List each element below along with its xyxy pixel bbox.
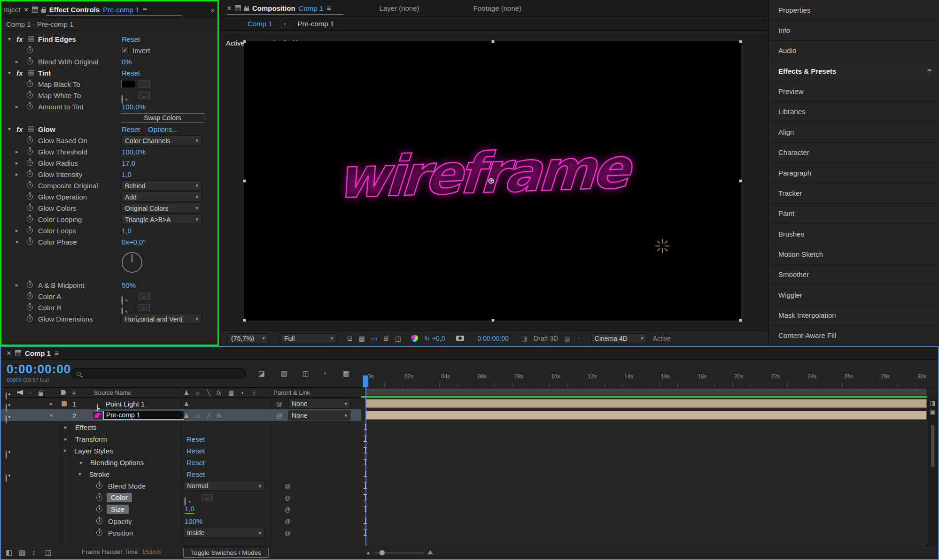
expand-icon[interactable]: ▸ [50, 400, 53, 407]
pick-whip-icon[interactable]: @ [285, 482, 291, 489]
prop-row-opacity[interactable]: Opacity 100% @ [1, 515, 361, 527]
parent-link-column[interactable]: Parent & Link [273, 389, 310, 396]
stopwatch-icon[interactable] [96, 506, 102, 512]
selection-handle[interactable] [491, 40, 495, 43]
mask-edges-icon[interactable]: ⊞ [383, 335, 389, 342]
shy-toggle-icon[interactable]: ♟ [184, 400, 189, 407]
stopwatch-icon[interactable] [96, 529, 102, 536]
expand-icon[interactable]: ▸ [16, 58, 18, 65]
reset-link[interactable]: Reset [186, 470, 205, 478]
effect-name[interactable]: Glow [38, 125, 55, 133]
reset-link[interactable]: Reset [186, 458, 205, 466]
fast-previews-icon[interactable]: ◨ [521, 335, 528, 342]
safe-guides-icon[interactable]: ⊡ [347, 335, 353, 342]
prop-row-effects[interactable]: ▸ Effects [1, 421, 361, 433]
expand-icon[interactable]: ▸ [16, 282, 18, 288]
opacity-value[interactable]: 100% [185, 517, 202, 525]
ground-plane-icon[interactable]: ▤ [564, 335, 570, 342]
collapse-icon[interactable]: ▾ [50, 412, 53, 419]
invert-checkbox[interactable]: ✓ [122, 47, 129, 54]
transfer-controls-pane-icon[interactable]: ▤ [19, 548, 25, 557]
sidebar-item-properties[interactable]: Properties [769, 0, 939, 20]
prop-label-selected[interactable]: Size [107, 505, 129, 514]
expand-icon[interactable]: ▸ [16, 148, 18, 155]
close-icon[interactable]: × [7, 349, 11, 358]
pick-whip-icon[interactable]: @ [285, 506, 291, 513]
selection-handle[interactable] [739, 40, 742, 43]
live-update-icon[interactable]: ◫ [303, 369, 309, 378]
stopwatch-icon[interactable] [27, 81, 33, 87]
param-value[interactable]: 1,0 [122, 227, 132, 235]
prop-row-layer-styles[interactable]: ▾ Layer Styles Reset [1, 445, 361, 456]
stopwatch-icon[interactable] [27, 316, 33, 322]
resolution-dropdown[interactable]: Full▾ [281, 333, 336, 343]
panel-menu-icon[interactable]: ≡ [927, 67, 931, 75]
composition-viewer[interactable]: Active Camera (Default) wireframe ⊕ [219, 31, 768, 330]
view-layout-label[interactable]: Active [653, 335, 671, 342]
selection-handle[interactable] [491, 319, 495, 322]
param-value[interactable]: 100,0% [122, 148, 146, 156]
prop-row-color[interactable]: Color ← @ [1, 491, 361, 503]
prop-label-selected[interactable]: Color [107, 493, 132, 502]
playhead-handle[interactable] [363, 375, 369, 387]
panel-menu-icon[interactable]: ≡ [143, 6, 147, 14]
viewer-tab-precomp1[interactable]: Pre-comp 1 [298, 20, 334, 28]
back-chevron-icon[interactable]: ‹ [281, 20, 289, 28]
param-value[interactable]: 0x+0,0° [122, 238, 146, 246]
options-link[interactable]: Options... [148, 125, 178, 133]
composition-tab-target[interactable]: Comp 1 [299, 4, 324, 12]
expand-icon[interactable]: ▸ [64, 424, 67, 430]
tab-layer[interactable]: Layer (none) [379, 4, 419, 12]
stopwatch-icon[interactable] [96, 518, 102, 524]
prop-row-blending-options[interactable]: ▸ Blending Options Reset [1, 456, 361, 468]
quality-toggle-icon[interactable]: ╱ [207, 412, 210, 419]
parent-dropdown[interactable]: None▾ [288, 410, 350, 420]
time-ruler[interactable]: 0s 02s 04s 06s 08s 10s 12s 14s 16s 18s 2… [361, 360, 938, 387]
frame-blend-icon[interactable]: ▨ [281, 369, 287, 378]
render-time-pane-icon[interactable]: ◫ [45, 548, 52, 557]
layer-row-precomp[interactable]: ▾ 2 Pre-comp 1 ♟ ☼ ╱ fx @ None▾ [1, 409, 361, 421]
expand-icon[interactable]: ▸ [16, 171, 18, 177]
exposure-value[interactable]: +0,0 [432, 335, 445, 342]
solo-icon[interactable]: ○ [28, 389, 32, 396]
prop-row-size[interactable]: Size 1,0 @ [1, 503, 361, 515]
sidebar-item-effects-presets[interactable]: Effects & Presets≡ [769, 61, 939, 81]
prop-group-label[interactable]: Effects [75, 423, 97, 431]
expand-icon[interactable]: ▸ [16, 160, 18, 166]
zoom-slider-handle[interactable] [380, 550, 385, 555]
close-icon[interactable]: × [24, 5, 29, 15]
stopwatch-icon[interactable] [27, 282, 33, 288]
collapse-icon[interactable]: ▾ [8, 126, 11, 132]
pick-whip-icon[interactable]: @ [285, 529, 291, 536]
pick-whip-icon[interactable]: @ [276, 412, 282, 419]
effect-controls-tab-title[interactable]: Effect Controls [49, 6, 100, 14]
pick-whip-icon[interactable]: @ [276, 400, 282, 407]
pick-whip-icon[interactable]: @ [285, 494, 291, 501]
prop-row-position[interactable]: Position Inside▾ @ [1, 527, 361, 538]
sidebar-item-content-aware-fill[interactable]: Content-Aware Fill [769, 326, 939, 346]
label-color-icon[interactable] [61, 390, 66, 395]
reset-link[interactable]: Reset [122, 35, 140, 43]
extended-viewer-icon[interactable]: ◔ [576, 335, 580, 342]
audio-icon[interactable] [17, 390, 23, 395]
stopwatch-icon[interactable] [27, 293, 33, 299]
prop-group-label[interactable]: Stroke [89, 470, 109, 478]
stopwatch-icon[interactable] [27, 149, 33, 155]
blend-mode-dropdown[interactable]: Normal▾ [184, 481, 264, 491]
stopwatch-icon[interactable] [27, 194, 33, 200]
layer-switches-pane-icon[interactable]: ◧ [6, 548, 12, 557]
comp-button-icon[interactable]: ▣ [927, 408, 938, 415]
region-of-interest-icon[interactable]: ▭ [371, 335, 377, 342]
eyedropper-icon[interactable]: ← [139, 81, 150, 88]
draft-3d-toggle[interactable]: Draft 3D [534, 335, 558, 342]
expand-icon[interactable]: ▸ [80, 459, 83, 466]
sidebar-item-paint[interactable]: Paint [769, 204, 939, 224]
pick-whip-icon[interactable]: @ [285, 517, 291, 524]
color-management-icon[interactable] [411, 335, 418, 342]
layer-duration-bar[interactable] [366, 411, 927, 420]
selection-handle[interactable] [739, 179, 742, 183]
param-value[interactable]: 17,0 [122, 159, 135, 167]
eyedropper-icon[interactable]: ← [139, 293, 150, 300]
selection-handle[interactable] [243, 40, 246, 43]
sidebar-item-brushes[interactable]: Brushes [769, 224, 939, 244]
